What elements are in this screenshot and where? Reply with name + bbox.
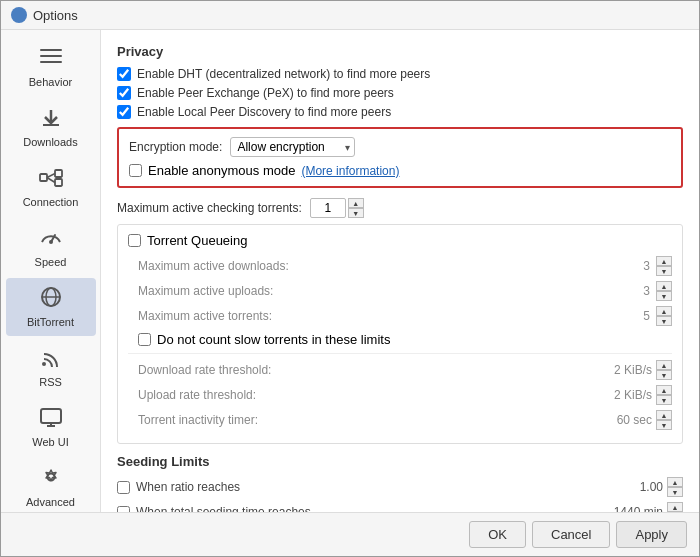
ratio-row: When ratio reaches 1.00 ▲ ▼ — [117, 477, 683, 497]
ratio-label: When ratio reaches — [136, 480, 603, 494]
sidebar-item-bittorrent[interactable]: BitTorrent — [6, 278, 96, 336]
sidebar-item-behavior[interactable]: Behavior — [6, 38, 96, 96]
max-checking-value[interactable] — [310, 198, 346, 218]
svg-line-8 — [47, 178, 55, 183]
seeding-time-up[interactable]: ▲ — [667, 502, 683, 512]
ratio-up[interactable]: ▲ — [667, 477, 683, 487]
sidebar: Behavior Downloads Connection Speed — [1, 30, 101, 512]
svg-rect-15 — [41, 409, 61, 423]
anon-checkbox[interactable] — [129, 164, 142, 177]
svg-rect-2 — [40, 61, 62, 63]
max-torrents-spinners: ▲ ▼ — [656, 306, 672, 326]
encryption-select[interactable]: Allow encryption Force encryption Disabl… — [230, 137, 355, 157]
download-threshold-up[interactable]: ▲ — [656, 360, 672, 370]
upload-threshold-label: Upload rate threshold: — [138, 388, 592, 402]
torrent-queueing-checkbox[interactable] — [128, 234, 141, 247]
cancel-button[interactable]: Cancel — [532, 521, 610, 548]
encryption-row: Encryption mode: Allow encryption Force … — [129, 137, 671, 157]
encryption-select-wrapper: Allow encryption Force encryption Disabl… — [230, 137, 355, 157]
ratio-spinners: ▲ ▼ — [667, 477, 683, 497]
max-uploads-spinners: ▲ ▼ — [656, 281, 672, 301]
seeding-time-row: When total seeding time reaches 1440 min… — [117, 502, 683, 512]
max-torrents-up[interactable]: ▲ — [656, 306, 672, 316]
downloads-icon — [38, 106, 64, 132]
slow-torrent-label: Do not count slow torrents in these limi… — [157, 332, 390, 347]
advanced-icon — [38, 466, 64, 492]
max-checking-down[interactable]: ▼ — [348, 208, 364, 218]
download-threshold-down[interactable]: ▼ — [656, 370, 672, 380]
inactivity-label: Torrent inactivity timer: — [138, 413, 592, 427]
max-torrents-label: Maximum active torrents: — [138, 309, 620, 323]
encryption-label: Encryption mode: — [129, 140, 222, 154]
inactivity-value: 60 sec — [592, 413, 652, 427]
upload-threshold-value: 2 KiB/s — [592, 388, 652, 402]
ratio-checkbox[interactable] — [117, 481, 130, 494]
title-bar: Options — [1, 1, 699, 30]
download-threshold-label: Download rate threshold: — [138, 363, 592, 377]
lpd-label: Enable Local Peer Discovery to find more… — [137, 105, 391, 119]
max-torrents-value: 5 — [620, 309, 650, 323]
sidebar-item-speed-label: Speed — [35, 256, 67, 268]
max-downloads-value: 3 — [620, 259, 650, 273]
apply-button[interactable]: Apply — [616, 521, 687, 548]
sidebar-item-webui[interactable]: Web UI — [6, 398, 96, 456]
max-downloads-up[interactable]: ▲ — [656, 256, 672, 266]
sidebar-item-behavior-label: Behavior — [29, 76, 72, 88]
max-torrents-down[interactable]: ▼ — [656, 316, 672, 326]
inactivity-up[interactable]: ▲ — [656, 410, 672, 420]
window-title: Options — [33, 8, 78, 23]
sidebar-item-connection-label: Connection — [23, 196, 79, 208]
dht-checkbox[interactable] — [117, 67, 131, 81]
app-icon — [11, 7, 27, 23]
slow-torrent-checkbox[interactable] — [138, 333, 151, 346]
inactivity-down[interactable]: ▼ — [656, 420, 672, 430]
svg-rect-4 — [40, 174, 47, 181]
dht-label: Enable DHT (decentralized network) to fi… — [137, 67, 430, 81]
anon-label: Enable anonymous mode — [148, 163, 295, 178]
seeding-title: Seeding Limits — [117, 454, 683, 469]
upload-threshold-row: Upload rate threshold: 2 KiB/s ▲ ▼ — [128, 385, 672, 405]
sidebar-item-downloads[interactable]: Downloads — [6, 98, 96, 156]
sidebar-item-speed[interactable]: Speed — [6, 218, 96, 276]
inactivity-row: Torrent inactivity timer: 60 sec ▲ ▼ — [128, 410, 672, 430]
sidebar-item-webui-label: Web UI — [32, 436, 68, 448]
ok-button[interactable]: OK — [469, 521, 526, 548]
sidebar-item-advanced[interactable]: Advanced — [6, 458, 96, 512]
upload-threshold-down[interactable]: ▼ — [656, 395, 672, 405]
max-uploads-label: Maximum active uploads: — [138, 284, 620, 298]
options-window: Options Behavior Downloads Connection — [0, 0, 700, 557]
max-uploads-row: Maximum active uploads: 3 ▲ ▼ — [128, 281, 672, 301]
svg-point-14 — [42, 362, 46, 366]
max-checking-up[interactable]: ▲ — [348, 198, 364, 208]
svg-point-10 — [49, 240, 53, 244]
more-info-link[interactable]: (More information) — [301, 164, 399, 178]
webui-icon — [38, 406, 64, 432]
sidebar-item-connection[interactable]: Connection — [6, 158, 96, 216]
pex-checkbox[interactable] — [117, 86, 131, 100]
svg-line-7 — [47, 174, 55, 178]
max-uploads-down[interactable]: ▼ — [656, 291, 672, 301]
behavior-icon — [38, 46, 64, 72]
checkbox-dht-row: Enable DHT (decentralized network) to fi… — [117, 67, 683, 81]
encryption-box: Encryption mode: Allow encryption Force … — [117, 127, 683, 188]
anon-row: Enable anonymous mode (More information) — [129, 163, 671, 178]
seeding-section: Seeding Limits When ratio reaches 1.00 ▲… — [117, 454, 683, 512]
max-downloads-down[interactable]: ▼ — [656, 266, 672, 276]
content-panel: Privacy Enable DHT (decentralized networ… — [101, 30, 699, 512]
connection-icon — [38, 166, 64, 192]
upload-threshold-up[interactable]: ▲ — [656, 385, 672, 395]
max-checking-spinners: ▲ ▼ — [348, 198, 364, 218]
privacy-title: Privacy — [117, 44, 683, 59]
lpd-checkbox[interactable] — [117, 105, 131, 119]
max-uploads-up[interactable]: ▲ — [656, 281, 672, 291]
max-checking-label: Maximum active checking torrents: — [117, 201, 302, 215]
torrent-queue-section: Torrent Queueing Maximum active download… — [117, 224, 683, 444]
sidebar-item-advanced-label: Advanced — [26, 496, 75, 508]
max-checking-row: Maximum active checking torrents: ▲ ▼ — [117, 198, 683, 218]
sidebar-item-rss[interactable]: RSS — [6, 338, 96, 396]
download-threshold-row: Download rate threshold: 2 KiB/s ▲ ▼ — [128, 360, 672, 380]
svg-rect-5 — [55, 170, 62, 177]
seeding-time-label: When total seeding time reaches — [136, 505, 603, 512]
queue-header: Torrent Queueing — [128, 233, 672, 248]
ratio-down[interactable]: ▼ — [667, 487, 683, 497]
